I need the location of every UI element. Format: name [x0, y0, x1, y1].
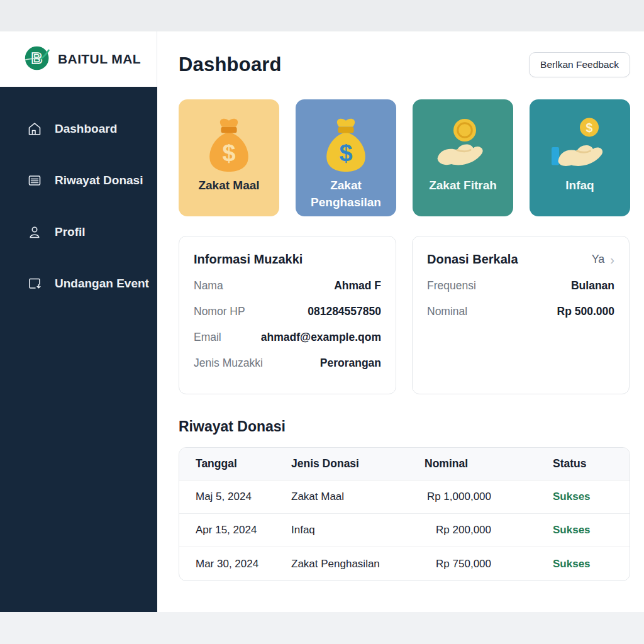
- cell-tanggal: Mar 30, 2024: [196, 558, 291, 570]
- sidebar-item-label: Dashboard: [55, 122, 117, 136]
- info-cards-row: Informasi Muzakki Nama Ahmad F Nomor HP …: [179, 236, 630, 394]
- category-card-label: Zakat Penghasilan: [296, 177, 396, 211]
- top-letterbox: [0, 0, 644, 31]
- status-badge: Sukses: [553, 491, 613, 503]
- category-cards-row: $ Zakat Maal $ Zakat Penghasilan: [179, 99, 630, 216]
- berkala-card-title: Donasi Berkala: [427, 252, 518, 267]
- card-infaq[interactable]: $ Infaq: [530, 99, 630, 216]
- cell-nominal: Rp 200,000: [425, 524, 553, 536]
- brand-header: B BAITUL MAL: [0, 31, 157, 87]
- riwayat-section-title: Riwayat Donasi: [179, 418, 630, 435]
- berkala-toggle[interactable]: Ya ›: [592, 253, 614, 266]
- page-title: Dashboard: [179, 53, 282, 76]
- cell-jenis: Zakat Maal: [291, 491, 425, 503]
- cell-tanggal: Apr 15, 2024: [196, 524, 291, 536]
- svg-text:$: $: [222, 140, 235, 166]
- table-row: Mar 30, 2024 Zakat Penghasilan Rp 750,00…: [179, 547, 630, 580]
- muzakki-card-title: Informasi Muzakki: [194, 252, 303, 267]
- sidebar-item-profil[interactable]: Profil: [0, 206, 157, 258]
- sidebar-nav: Dashboard Riwayat Donasi Profil Undangan…: [0, 87, 157, 612]
- berkala-row-nominal: Nominal Rp 500.000: [427, 305, 614, 318]
- muzakki-row-nomor-hp: Nomor HP 081284557850: [194, 305, 381, 318]
- calendar-event-icon: [26, 275, 43, 292]
- column-header-jenis: Jenis Donasi: [291, 457, 425, 470]
- hand-coin-dollar-icon: $: [550, 113, 610, 177]
- card-zakat-fitrah[interactable]: Zakat Fitrah: [413, 99, 513, 216]
- column-header-status: Status: [553, 457, 613, 470]
- cell-nominal: Rp 750,000: [425, 558, 553, 570]
- table-header-row: Tanggal Jenis Donasi Nominal Status: [179, 448, 630, 480]
- bottom-letterbox: [0, 612, 644, 644]
- hand-coin-icon: [433, 113, 493, 177]
- sidebar: B BAITUL MAL Dashboard Riwayat Donasi: [0, 31, 157, 612]
- informasi-muzakki-card: Informasi Muzakki Nama Ahmad F Nomor HP …: [179, 236, 396, 394]
- category-card-label: Infaq: [560, 177, 599, 194]
- column-header-nominal: Nominal: [425, 457, 553, 470]
- table-row: Maj 5, 2024 Zakat Maal Rp 1,000,000 Suks…: [179, 480, 630, 514]
- user-icon: [26, 224, 43, 240]
- sidebar-item-label: Undangan Event: [55, 277, 149, 291]
- card-zakat-penghasilan[interactable]: $ Zakat Penghasilan: [296, 99, 396, 216]
- status-badge: Sukses: [553, 558, 613, 570]
- category-card-label: Zakat Fitrah: [424, 177, 502, 194]
- cell-nominal: Rp 1,000,000: [425, 491, 553, 503]
- home-icon: [26, 121, 43, 137]
- muzakki-row-nama: Nama Ahmad F: [194, 279, 381, 292]
- riwayat-table: Tanggal Jenis Donasi Nominal Status Maj …: [179, 447, 630, 581]
- table-row: Apr 15, 2024 Infaq Rp 200,000 Sukses: [179, 514, 630, 547]
- main-content: Dashboard Berlkan Feedback $ Zakat Maal: [157, 31, 644, 612]
- muzakki-row-email: Email ahmadf@example.qom: [194, 331, 381, 344]
- money-bag-icon: $: [319, 113, 372, 177]
- cell-jenis: Zakat Penghasilan: [291, 558, 425, 570]
- cell-tanggal: Maj 5, 2024: [196, 491, 291, 503]
- sidebar-item-label: Riwayat Donasi: [55, 174, 143, 187]
- document-icon: [26, 172, 43, 189]
- chevron-right-icon: ›: [610, 253, 614, 266]
- sidebar-item-riwayat-donasi[interactable]: Riwayat Donasi: [0, 155, 157, 206]
- sidebar-item-undangan-event[interactable]: Undangan Event: [0, 258, 157, 309]
- donasi-berkala-card: Donasi Berkala Ya › Frequensi Bulanan No…: [412, 236, 630, 394]
- category-card-label: Zakat Maal: [193, 177, 264, 194]
- brand-name: BAITUL MAL: [58, 52, 141, 67]
- berkala-toggle-value: Ya: [592, 253, 605, 266]
- berkala-row-frequensi: Frequensi Bulanan: [427, 279, 614, 292]
- svg-text:$: $: [339, 140, 352, 166]
- feedback-button[interactable]: Berlkan Feedback: [529, 52, 630, 77]
- money-bag-icon: $: [203, 113, 255, 177]
- muzakki-row-jenis: Jenis Muzakki Perorangan: [194, 357, 381, 370]
- card-zakat-maal[interactable]: $ Zakat Maal: [179, 99, 279, 216]
- status-badge: Sukses: [553, 524, 613, 536]
- cell-jenis: Infaq: [291, 524, 425, 536]
- brand-logo-icon: B: [24, 45, 51, 74]
- main-header: Dashboard Berlkan Feedback: [179, 52, 630, 77]
- sidebar-item-label: Profil: [55, 225, 86, 239]
- svg-text:$: $: [586, 121, 593, 135]
- app-frame: B BAITUL MAL Dashboard Riwayat Donasi: [0, 31, 644, 612]
- sidebar-item-dashboard[interactable]: Dashboard: [0, 103, 157, 155]
- column-header-tanggal: Tanggal: [196, 457, 291, 470]
